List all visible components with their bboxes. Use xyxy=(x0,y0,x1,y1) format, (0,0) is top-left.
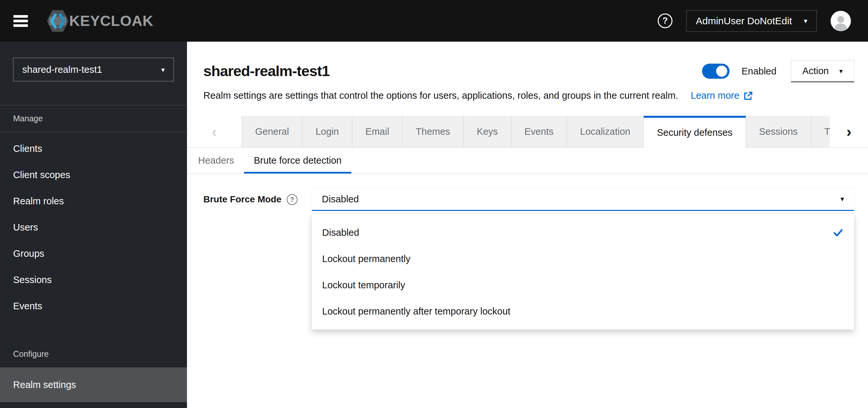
option-label: Lockout temporarily xyxy=(322,280,405,290)
tab-login[interactable]: Login xyxy=(303,116,352,148)
brute-force-mode-label-group: Brute Force Mode ? xyxy=(204,194,312,205)
check-icon xyxy=(833,227,844,238)
tab-sessions[interactable]: Sessions xyxy=(746,116,811,148)
tab-localization[interactable]: Localization xyxy=(567,116,644,148)
action-button[interactable]: Action ▾ xyxy=(791,60,854,82)
tab-scroll-right-button[interactable]: › xyxy=(830,116,868,148)
option-disabled[interactable]: Disabled xyxy=(312,219,854,246)
page-description: Realm settings are settings that control… xyxy=(204,90,678,101)
caret-down-icon: ▾ xyxy=(161,66,165,73)
title-controls: Enabled Action ▾ xyxy=(702,60,854,82)
tab-partial-truncated[interactable]: T xyxy=(811,116,830,148)
tab-general[interactable]: General xyxy=(242,116,303,148)
user-menu-button[interactable]: AdminUser DoNotEdit ▾ xyxy=(686,10,817,32)
user-avatar-icon xyxy=(832,13,850,31)
hamburger-icon xyxy=(13,15,28,18)
sidebar-item-groups[interactable]: Groups xyxy=(0,241,187,266)
tab-scroll-left-button[interactable]: ‹ xyxy=(187,116,242,148)
enabled-label: Enabled xyxy=(741,66,776,77)
sidebar-item-clients[interactable]: Clients xyxy=(0,135,187,162)
sidebar: shared-realm-test1 ▾ Manage Clients Clie… xyxy=(0,42,187,408)
option-label: Lockout permanently after temporary lock… xyxy=(322,306,510,317)
masthead-actions: ? AdminUser DoNotEdit ▾ xyxy=(658,10,851,32)
subtab-brute-force-detection[interactable]: Brute force detection xyxy=(244,148,352,174)
subtab-headers[interactable]: Headers xyxy=(188,148,244,174)
sidebar-item-users[interactable]: Users xyxy=(0,214,187,241)
brute-force-mode-label: Brute Force Mode xyxy=(204,194,281,205)
chevron-right-icon: › xyxy=(846,123,851,140)
caret-down-icon: ▾ xyxy=(839,68,843,74)
nav-section-configure: Configure Realm settings xyxy=(0,341,187,402)
page-title: shared-realm-test1 xyxy=(204,63,330,80)
chevron-left-icon: ‹ xyxy=(212,123,217,140)
sidebar-item-realm-roles[interactable]: Realm roles xyxy=(0,188,187,214)
keycloak-logo-icon xyxy=(47,10,68,32)
nav-section-title-configure: Configure xyxy=(0,341,187,368)
tab-events[interactable]: Events xyxy=(512,116,567,148)
brute-force-mode-field: Brute Force Mode ? Disabled ▾ Disabled L… xyxy=(204,188,854,211)
select-value: Disabled xyxy=(322,194,359,205)
enabled-toggle[interactable] xyxy=(702,64,730,79)
option-lockout-permanently[interactable]: Lockout permanently xyxy=(312,246,854,272)
tab-bar: ‹ General Login Email Themes Keys Events… xyxy=(187,116,868,148)
tab-keys[interactable]: Keys xyxy=(464,116,511,148)
main-content: shared-realm-test1 Enabled Action ▾ Real… xyxy=(187,42,868,408)
help-icon: ? xyxy=(658,13,673,28)
sidebar-item-events[interactable]: Events xyxy=(0,293,187,319)
action-label: Action xyxy=(802,66,829,76)
brand-text: KEYCLOAK xyxy=(69,12,154,30)
realm-selector-value: shared-realm-test1 xyxy=(22,64,102,75)
subtab-bar: Headers Brute force detection xyxy=(187,148,868,174)
external-link-icon xyxy=(743,91,753,101)
avatar[interactable] xyxy=(831,11,851,31)
sidebar-item-sessions[interactable]: Sessions xyxy=(0,266,187,293)
tab-security-defenses[interactable]: Security defenses xyxy=(644,116,746,148)
tab-themes[interactable]: Themes xyxy=(403,116,464,148)
help-button[interactable]: ? xyxy=(658,13,673,28)
sidebar-item-realm-settings[interactable]: Realm settings xyxy=(0,368,187,402)
tab-email[interactable]: Email xyxy=(352,116,403,148)
caret-down-icon: ▾ xyxy=(804,18,807,24)
learn-more-link[interactable]: Learn more xyxy=(691,90,753,101)
nav-section-manage: Manage Clients Client scopes Realm roles… xyxy=(0,105,187,322)
sidebar-nav: Manage Clients Client scopes Realm roles… xyxy=(0,105,187,402)
brute-force-mode-select[interactable]: Disabled ▾ xyxy=(312,188,854,211)
option-label: Lockout permanently xyxy=(322,253,410,264)
sidebar-item-client-scopes[interactable]: Client scopes xyxy=(0,162,187,188)
toggle-knob xyxy=(716,66,727,77)
username: AdminUser DoNotEdit xyxy=(696,15,792,27)
option-lockout-temporarily[interactable]: Lockout temporarily xyxy=(312,272,854,298)
option-lockout-permanently-after-temporary-lockout[interactable]: Lockout permanently after temporary lock… xyxy=(312,298,854,324)
learn-more-label: Learn more xyxy=(691,90,739,101)
option-label: Disabled xyxy=(322,227,359,238)
keycloak-brand: KEYCLOAK xyxy=(47,10,154,32)
masthead: KEYCLOAK ? AdminUser DoNotEdit ▾ xyxy=(0,0,868,42)
caret-down-icon: ▾ xyxy=(840,195,844,203)
nav-section-title-manage: Manage xyxy=(0,105,187,132)
page-header: shared-realm-test1 Enabled Action ▾ Real… xyxy=(187,42,868,101)
brute-force-mode-menu: Disabled Lockout permanently Lockout tem… xyxy=(312,214,854,329)
question-circle-icon[interactable]: ? xyxy=(287,194,298,205)
nav-toggle-button[interactable] xyxy=(13,15,28,27)
realm-selector[interactable]: shared-realm-test1 ▾ xyxy=(13,58,174,81)
